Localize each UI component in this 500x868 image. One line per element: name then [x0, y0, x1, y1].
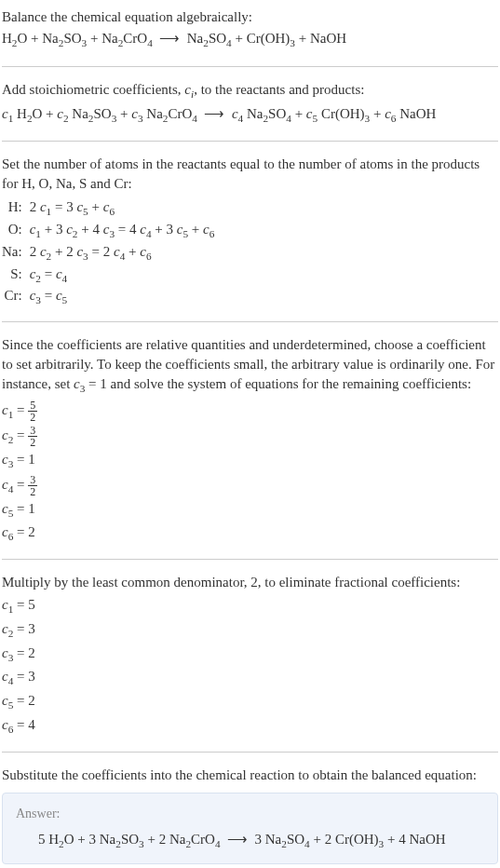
atom-row: Na: 2 c2 + 2 c3 = 2 c4 + c6 — [2, 242, 214, 264]
atom-label: S: — [2, 264, 30, 287]
divider — [2, 141, 498, 142]
final-section: Substitute the coefficients into the che… — [2, 762, 498, 868]
atom-row: Cr: c3 = c5 — [2, 286, 214, 308]
coeff-section: Add stoichiometric coefficients, ci, to … — [2, 76, 498, 132]
final-text: Substitute the coefficients into the che… — [2, 766, 498, 785]
atom-label: Na: — [2, 242, 30, 264]
coef-line: c2 = 32 — [2, 424, 498, 449]
divider — [2, 752, 498, 753]
atom-eq: c3 = c5 — [30, 286, 215, 308]
divider — [2, 321, 498, 322]
multiply-text: Multiply by the least common denominator… — [2, 573, 498, 592]
coef-line: c6 = 4 — [2, 714, 498, 739]
solve-text: Since the coefficients are relative quan… — [2, 335, 498, 397]
solve-coeffs: c1 = 52 c2 = 32 c3 = 1 c4 = 32 c5 = 1 c6… — [2, 399, 498, 546]
intro-text: Balance the chemical equation algebraica… — [2, 7, 498, 27]
intro-section: Balance the chemical equation algebraica… — [2, 4, 498, 57]
coef-line: c4 = 32 — [2, 473, 498, 498]
answer-label: Answer: — [16, 805, 484, 823]
atom-row: H: 2 c1 = 3 c5 + c6 — [2, 197, 214, 220]
coef-line: c6 = 2 — [2, 522, 498, 546]
answer-box: Answer: 5 H2O + 3 Na2SO3 + 2 Na2CrO4 ⟶ 3… — [2, 793, 498, 864]
atom-eq: c1 + 3 c2 + 4 c3 = 4 c4 + 3 c5 + c6 — [30, 220, 215, 242]
divider — [2, 559, 498, 560]
atom-label: O: — [2, 220, 30, 242]
coef-line: c1 = 5 — [2, 594, 498, 618]
coeff-equation: c1 H2O + c2 Na2SO3 + c3 Na2CrO4 ⟶ c4 Na2… — [2, 102, 498, 129]
coeff-text: Add stoichiometric coefficients, ci, to … — [2, 80, 498, 102]
coef-line: c4 = 3 — [2, 666, 498, 690]
atom-row: S: c2 = c4 — [2, 264, 214, 287]
atom-row: O: c1 + 3 c2 + 4 c3 = 4 c4 + 3 c5 + c6 — [2, 220, 214, 242]
divider — [2, 66, 498, 67]
coef-line: c3 = 1 — [2, 449, 498, 473]
atom-eq: c2 = c4 — [30, 264, 215, 287]
intro-equation: H2O + Na2SO3 + Na2CrO4 ⟶ Na2SO4 + Cr(OH)… — [2, 27, 498, 53]
multiply-section: Multiply by the least common denominator… — [2, 569, 498, 742]
multiply-coeffs: c1 = 5 c2 = 3 c3 = 2 c4 = 3 c5 = 2 c6 = … — [2, 594, 498, 739]
answer-equation: 5 H2O + 3 Na2SO3 + 2 Na2CrO4 ⟶ 3 Na2SO4 … — [16, 830, 484, 852]
coef-line: c1 = 52 — [2, 399, 498, 424]
coef-line: c5 = 2 — [2, 690, 498, 714]
solve-section: Since the coefficients are relative quan… — [2, 332, 498, 549]
atoms-section: Set the number of atoms in the reactants… — [2, 151, 498, 312]
atom-eq: 2 c1 = 3 c5 + c6 — [30, 197, 215, 220]
atom-label: H: — [2, 197, 30, 220]
atoms-text: Set the number of atoms in the reactants… — [2, 155, 498, 194]
coef-line: c5 = 1 — [2, 498, 498, 522]
atom-eq: 2 c2 + 2 c3 = 2 c4 + c6 — [30, 242, 215, 264]
coef-line: c3 = 2 — [2, 643, 498, 667]
atoms-table: H: 2 c1 = 3 c5 + c6 O: c1 + 3 c2 + 4 c3 … — [2, 197, 214, 308]
coef-line: c2 = 3 — [2, 618, 498, 643]
atom-label: Cr: — [2, 286, 30, 308]
